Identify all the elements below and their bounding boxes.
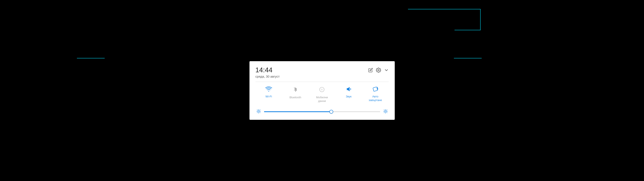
settings-button[interactable]: [376, 68, 381, 73]
svg-line-11: [257, 112, 258, 113]
bluetooth-toggle[interactable]: Bluetooth: [287, 86, 304, 99]
svg-point-13: [385, 110, 386, 112]
bluetooth-label: Bluetooth: [290, 96, 301, 99]
header-icons: [368, 68, 389, 73]
brightness-min-icon: [256, 109, 261, 115]
svg-point-0: [378, 69, 379, 71]
auto-rotate-label: Авто завъртане: [369, 95, 382, 102]
sound-label: Звук: [346, 95, 352, 99]
collapse-button[interactable]: [384, 68, 389, 72]
wifi-icon: [265, 86, 272, 93]
notification-panel: 14:44 сряда, 30 август: [250, 61, 395, 120]
mobile-data-label: Мобилни данни: [316, 96, 328, 103]
svg-line-20: [384, 112, 384, 113]
svg-line-10: [260, 112, 260, 113]
wifi-label: Wi-Fi: [266, 95, 272, 99]
svg-line-12: [260, 110, 260, 110]
svg-text:①: ①: [321, 88, 323, 91]
auto-rotate-icon: [372, 86, 379, 93]
brightness-max-icon: [383, 109, 388, 115]
slider-thumb[interactable]: [329, 110, 333, 114]
sound-icon: [345, 86, 352, 93]
sound-toggle[interactable]: Звук: [340, 86, 357, 99]
bluetooth-icon: [293, 86, 298, 94]
edit-button[interactable]: [368, 68, 373, 72]
mobile-data-icon: ①: [319, 86, 325, 94]
auto-rotate-toggle[interactable]: Авто завъртане: [367, 86, 384, 102]
slider-track: [264, 111, 380, 112]
time-section: 14:44 сряда, 30 август: [256, 66, 280, 78]
quick-toggles-row: Wi-Fi Bluetooth ① Моби: [256, 86, 389, 103]
mobile-data-toggle[interactable]: ① Мобилни данни: [313, 86, 330, 103]
header-row: 14:44 сряда, 30 август: [256, 66, 389, 78]
brightness-slider[interactable]: [264, 111, 380, 112]
clock-time: 14:44: [256, 66, 280, 74]
brightness-row: [256, 109, 389, 115]
svg-point-4: [258, 110, 259, 112]
svg-line-9: [257, 110, 258, 110]
svg-line-18: [384, 110, 384, 110]
slider-fill: [264, 111, 332, 112]
svg-line-21: [386, 110, 387, 110]
header-divider: [256, 82, 389, 82]
svg-line-19: [386, 112, 387, 113]
clock-date: сряда, 30 август: [256, 75, 280, 78]
wifi-toggle[interactable]: Wi-Fi: [260, 86, 277, 99]
